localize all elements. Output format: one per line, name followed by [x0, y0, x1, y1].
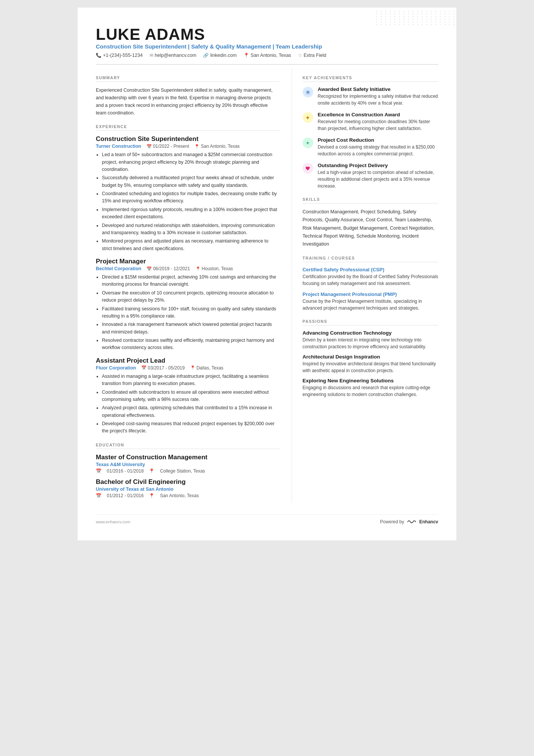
passion-item-1: Advancing Construction Technology Driven… — [303, 330, 438, 350]
job-title-2: Project Manager — [96, 258, 279, 265]
job-block-1: Construction Site Superintendent Turner … — [96, 135, 279, 252]
skills-label: SKILLS — [303, 197, 438, 203]
edu-date-icon-1: 📅 — [96, 468, 101, 474]
bullet-3-4: Developed cost-saving measures that redu… — [102, 420, 279, 435]
edu-degree-2: Bachelor of Civil Engineering — [96, 478, 279, 486]
contact-email: ✉ help@enhancv.com — [150, 53, 197, 58]
bullet-3-1: Assisted in managing a large-scale infra… — [102, 373, 279, 388]
education-section: EDUCATION Master of Construction Managem… — [96, 443, 279, 498]
calendar-icon-1: 📅 — [147, 144, 152, 149]
job-date-1: 📅 01/2022 - Present — [147, 144, 189, 149]
edu-meta-2: 📅 01/2012 - 01/2016 📍 San Antonio, Texas — [96, 493, 279, 498]
passion-desc-1: Driven by a keen interest in integrating… — [303, 337, 438, 350]
job-date-3: 📅 03/2017 - 05/2019 — [141, 365, 184, 371]
passion-item-2: Architectural Design Inspiration Inspire… — [303, 354, 438, 374]
calendar-icon-2: 📅 — [147, 266, 152, 271]
bullet-1-3: Coordinated scheduling and logistics for… — [102, 190, 279, 205]
contact-location: 📍 San Antonio, Texas — [244, 53, 291, 58]
edu-school-2: University of Texas at San Antonio — [96, 487, 279, 492]
pin-icon-2: 📍 — [195, 266, 201, 271]
job-bullets-3: Assisted in managing a large-scale infra… — [102, 373, 279, 435]
header-divider — [96, 64, 438, 65]
edu-block-1: Master of Construction Management Texas … — [96, 454, 279, 474]
achievement-item-2: Excellence in Construction Award Receive… — [303, 112, 438, 132]
passions-section: PASSIONS Advancing Construction Technolo… — [303, 319, 438, 398]
achievement-title-1: Awarded Best Safety Initiative — [318, 86, 438, 92]
page-footer: www.enhancv.com Powered by Enhancv — [96, 514, 438, 525]
achievement-icon-3 — [303, 138, 313, 148]
job-bullets-2: Directed a $15M residential project, ach… — [102, 274, 279, 352]
job-bullets-1: Led a team of 50+ subcontractors and man… — [102, 151, 279, 252]
achievement-desc-1: Recognized for implementing a safety ini… — [318, 93, 438, 106]
skills-section: SKILLS Construction Management, Project … — [303, 197, 438, 248]
achievement-item-4: Outstanding Project Delivery Led a high-… — [303, 163, 438, 189]
achievement-icon-1 — [303, 87, 313, 97]
pin-icon-3: 📍 — [190, 365, 195, 370]
svg-point-2 — [307, 142, 308, 143]
achievement-icon-4 — [303, 163, 313, 174]
achievements-section: KEY ACHIEVEMENTS Awarded Best Safety Ini… — [303, 75, 438, 189]
education-label: EDUCATION — [96, 443, 279, 449]
skills-text: Construction Management, Project Schedul… — [303, 208, 438, 248]
bullet-2-5: Resolved contractor issues swiftly and e… — [102, 337, 279, 352]
passion-title-3: Exploring New Engineering Solutions — [303, 378, 438, 383]
two-column-layout: SUMMARY Experienced Construction Site Su… — [96, 68, 438, 503]
bullet-1-4: Implemented rigorous safety protocols, r… — [102, 206, 279, 221]
company-name-2: Bechtel Corporation — [96, 266, 141, 271]
resume-page: document.currentScript.insertAdjacentHTM… — [78, 8, 456, 540]
star-icon: ☆ — [298, 53, 302, 58]
edu-date-icon-2: 📅 — [96, 493, 101, 498]
brand-name: Enhancv — [419, 519, 438, 524]
training-label: TRAINING / COURSES — [303, 256, 438, 262]
achievement-desc-4: Led a high-value project to completion a… — [318, 169, 438, 189]
achievement-desc-2: Received for meeting construction deadli… — [318, 118, 438, 132]
contact-phone: 📞 +1-(234)-555-1234 — [96, 53, 143, 58]
svg-point-0 — [307, 91, 309, 93]
company-name-3: Fluor Corporation — [96, 365, 136, 371]
job-meta-3: Fluor Corporation 📅 03/2017 - 05/2019 📍 … — [96, 365, 279, 371]
bullet-1-2: Successfully delivered a multifaceted pr… — [102, 174, 279, 189]
training-item-1: Certified Safety Professional (CSP) Cert… — [303, 267, 438, 287]
achievement-icon-2 — [303, 112, 313, 123]
job-meta-2: Bechtel Corporation 📅 06/2019 - 12/2021 … — [96, 266, 279, 271]
edu-pin-icon-2: 📍 — [149, 493, 155, 498]
right-column: KEY ACHIEVEMENTS Awarded Best Safety Ini… — [292, 68, 438, 503]
achievement-content-4: Outstanding Project Delivery Led a high-… — [318, 163, 438, 189]
bullet-1-5: Developed and nurtured relationships wit… — [102, 222, 279, 237]
summary-text: Experienced Construction Site Superinten… — [96, 86, 279, 117]
experience-label: EXPERIENCE — [96, 124, 279, 131]
bullet-2-3: Facilitated training sessions for 100+ s… — [102, 305, 279, 320]
achievement-title-3: Project Cost Reduction — [318, 137, 438, 143]
footer-website: www.enhancv.com — [96, 520, 130, 524]
achievement-content-3: Project Cost Reduction Devised a cost-sa… — [318, 137, 438, 157]
bullet-3-2: Coordinated with subcontractors to ensur… — [102, 389, 279, 404]
achievement-desc-3: Devised a cost-saving strategy that resu… — [318, 144, 438, 157]
left-column: SUMMARY Experienced Construction Site Su… — [96, 68, 292, 503]
job-block-2: Project Manager Bechtel Corporation 📅 06… — [96, 258, 279, 352]
job-title-3: Assistant Project Lead — [96, 357, 279, 365]
achievement-content-2: Excellence in Construction Award Receive… — [318, 112, 438, 132]
edu-meta-1: 📅 01/2016 - 01/2018 📍 College Station, T… — [96, 468, 279, 474]
phone-icon: 📞 — [96, 53, 101, 58]
training-title-1: Certified Safety Professional (CSP) — [303, 267, 438, 272]
job-block-3: Assistant Project Lead Fluor Corporation… — [96, 357, 279, 435]
enhancv-logo-icon — [406, 518, 417, 525]
training-section: TRAINING / COURSES Certified Safety Prof… — [303, 256, 438, 311]
training-title-2: Project Management Professional (PMP) — [303, 291, 438, 297]
candidate-tagline: Construction Site Superintendent | Safet… — [96, 43, 438, 50]
passion-title-2: Architectural Design Inspiration — [303, 354, 438, 360]
passions-label: PASSIONS — [303, 319, 438, 326]
job-location-3: 📍 Dallas, Texas — [190, 365, 223, 371]
passion-desc-3: Engaging in discussions and research tha… — [303, 384, 438, 398]
job-location-2: 📍 Houston, Texas — [195, 266, 233, 271]
bullet-2-2: Oversaw the execution of 10 concurrent p… — [102, 290, 279, 304]
company-name-1: Turner Construction — [96, 144, 141, 149]
edu-school-1: Texas A&M University — [96, 462, 279, 467]
location-icon: 📍 — [244, 53, 249, 58]
contact-website: 🔗 linkedin.com — [203, 53, 236, 58]
edu-degree-1: Master of Construction Management — [96, 454, 279, 461]
calendar-icon-3: 📅 — [141, 365, 147, 370]
bullet-2-1: Directed a $15M residential project, ach… — [102, 274, 279, 288]
enhancv-brand: Powered by Enhancv — [380, 518, 438, 525]
achievement-item-1: Awarded Best Safety Initiative Recognize… — [303, 86, 438, 106]
